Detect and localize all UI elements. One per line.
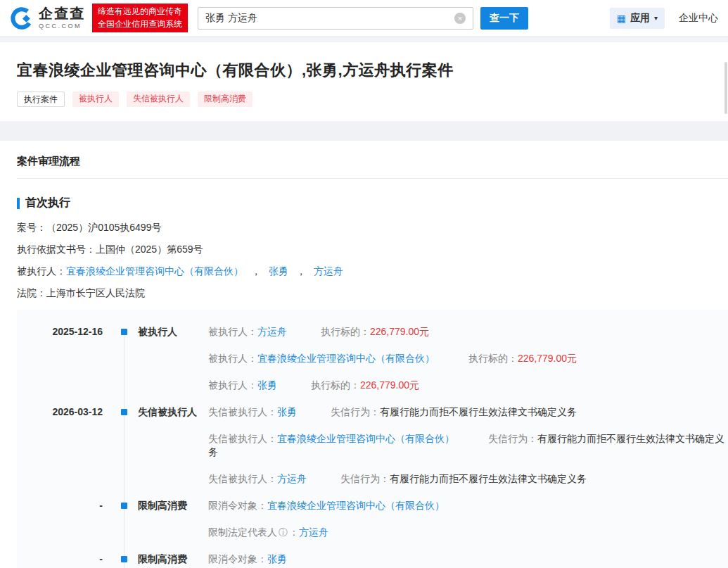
scrollbar-thumb[interactable] [724,62,727,114]
timeline-event-type: 失信被执行人 [138,405,208,486]
case-tag[interactable]: 失信被执行人 [127,91,190,107]
timeline-marker-col [103,499,138,539]
timeline-row: 限消令对象：宜春浪绫企业管理咨询中心（有限合伙） [208,499,728,512]
pair-value-link[interactable]: 张勇 [277,406,297,417]
timeline-event: -限制高消费限消令对象：宜春浪绫企业管理咨询中心（有限合伙）限制法定代表人ⓘ：方… [17,499,728,539]
apps-menu-label: 应用 [630,12,650,25]
timeline-rows: 被执行人：方运舟执行标的：226,779.00元被执行人：宜春浪绫企业管理咨询中… [208,325,728,392]
pair-value-link[interactable]: 方运舟 [299,526,328,538]
pair-value-link[interactable]: 张勇 [267,553,287,564]
timeline-row: 失信被执行人：宜春浪绫企业管理咨询中心（有限合伙）失信行为：有履行能力而拒不履行… [208,432,728,459]
timeline-event-type: 限制高消费 [138,553,208,566]
search-box[interactable]: × [198,7,473,30]
timeline-date: 2026-03-12 [17,405,103,486]
timeline-pair: 执行标的：226,779.00元 [311,379,419,391]
timeline-pair: 被执行人：方运舟 [208,326,287,337]
apps-menu-button[interactable]: ▦ 应用 ▾ [610,8,665,29]
field-court: 法院：上海市长宁区人民法院 [17,288,728,298]
timeline-row: 失信被执行人：张勇失信行为：有履行能力而拒不履行生效法律文书确定义务 [208,405,728,419]
search-button[interactable]: 查一下 [480,7,528,30]
pair-value-text: 有履行能力而拒不履行生效法律文书确定义务 [380,406,577,417]
pair-label: 失信被执行人 [208,433,267,444]
timeline-pair: 失信被执行人：张勇 [208,406,297,417]
court-label: 法院： [17,287,46,298]
timeline-row: 限消令对象：张勇 [208,553,728,566]
case-tag[interactable]: 限制高消费 [198,91,253,107]
pair-colon: ： [267,433,277,444]
stage-header: 首次执行 [17,196,728,210]
pair-label: 失信行为 [331,406,370,417]
divider-band [0,121,728,131]
timeline-date: - [17,499,103,539]
pair-colon: ： [360,326,370,337]
executed-parties: 宜春浪绫企业管理咨询中心（有限合伙），张勇，方运舟 [66,265,343,277]
timeline-event-type: 限制高消费 [138,499,208,539]
field-case-number: 案号：（2025）沪0105执6499号 [17,222,728,232]
pair-value-link[interactable]: 宜春浪绫企业管理咨询中心（有限合伙） [267,500,445,511]
timeline-row: 被执行人：张勇执行标的：226,779.00元 [208,379,728,392]
enterprise-center-link[interactable]: 企业中心 [679,12,718,25]
pair-colon: ： [257,500,267,511]
timeline-rows: 失信被执行人：张勇失信行为：有履行能力而拒不履行生效法律文书确定义务失信被执行人… [208,405,728,486]
pair-label: 失信被执行人 [208,473,267,484]
pair-value-amount: 226,779.00元 [360,379,419,391]
executed-party-link[interactable]: 宜春浪绫企业管理咨询中心（有限合伙） [66,265,243,277]
case-tag[interactable]: 执行案件 [17,91,65,107]
info-icon: ⓘ [279,527,288,538]
qcc-logo[interactable]: 企查查 QCC.COM [10,6,85,30]
timeline-pair: 被执行人：宜春浪绫企业管理咨询中心（有限合伙） [208,353,435,364]
timeline-row: 限制法定代表人ⓘ：方运舟 [208,526,728,539]
pair-label: 限消令对象 [208,500,257,511]
pair-value-link[interactable]: 方运舟 [257,326,287,337]
slogan-banner: 缔造有远见的商业传奇 全国企业信用查询系统 [92,4,188,32]
pair-label: 失信被执行人 [208,406,267,417]
section-title: 案件审理流程 [17,155,728,179]
timeline-marker-icon [121,556,127,562]
pair-colon: ： [267,406,277,417]
case-number-value: （2025）沪0105执6499号 [46,222,161,233]
pair-colon: ： [508,353,518,364]
top-bar: 企查查 QCC.COM 缔造有远见的商业传奇 全国企业信用查询系统 × 查一下 … [0,0,728,37]
timeline-pair: 失信被执行人：方运舟 [208,473,307,484]
timeline-row: 被执行人：方运舟执行标的：226,779.00元 [208,325,728,339]
pair-value-text: 有履行能力而拒不履行生效法律文书确定义务 [390,473,587,484]
timeline-pair: 限消令对象：张勇 [208,553,287,564]
timeline-event: 2026-03-12失信被执行人失信被执行人：张勇失信行为：有履行能力而拒不履行… [17,405,728,486]
timeline-marker-icon [121,329,127,335]
pair-value-link[interactable]: 宜春浪绫企业管理咨询中心（有限合伙） [257,353,435,364]
pair-label: 限制法定代表人 [208,526,277,538]
timeline-marker-col [103,405,138,486]
timeline-pair: 被执行人：张勇 [208,379,277,391]
case-tag[interactable]: 被执行人 [72,91,119,107]
timeline-row: 被执行人：宜春浪绫企业管理咨询中心（有限合伙）执行标的：226,779.00元 [208,352,728,365]
pair-value-link[interactable]: 方运舟 [277,473,307,484]
timeline-date: 2025-12-16 [17,325,103,392]
pair-label: 被执行人 [208,353,248,364]
executed-party-link[interactable]: 张勇 [269,265,288,277]
pair-colon: ： [289,526,299,538]
pair-label: 执行标的 [321,326,360,337]
pair-value-link[interactable]: 宜春浪绫企业管理咨询中心（有限合伙） [277,433,454,444]
search-input[interactable] [205,13,454,24]
timeline-rows: 限消令对象：宜春浪绫企业管理咨询中心（有限合伙）限制法定代表人ⓘ：方运舟 [208,499,728,539]
timeline-events: 2025-12-16被执行人被执行人：方运舟执行标的：226,779.00元被执… [17,325,728,568]
timeline-event: -限制高消费限消令对象：张勇 [17,553,728,566]
logo-domain: QCC.COM [39,23,85,30]
timeline-marker-col [103,553,138,566]
pair-value-link[interactable]: 张勇 [257,379,277,391]
case-title-card: 宜春浪绫企业管理咨询中心（有限合伙）,张勇,方运舟执行案件 执行案件被执行人失信… [0,42,728,121]
pair-label: 失信行为 [340,473,380,484]
timeline-rows: 限消令对象：张勇 [208,553,728,566]
executed-party-link[interactable]: 方运舟 [314,265,343,277]
timeline-row: 失信被执行人：方运舟失信行为：有履行能力而拒不履行生效法律文书确定义务 [208,472,728,486]
page-title: 宜春浪绫企业管理咨询中心（有限合伙）,张勇,方运舟执行案件 [17,60,711,81]
basis-document-label: 执行依据文书号： [17,244,96,255]
case-number-label: 案号： [17,222,46,233]
party-separator: ， [296,265,306,277]
timeline-marker-col [103,325,138,392]
timeline-pair: 限消令对象：宜春浪绫企业管理咨询中心（有限合伙） [208,500,445,511]
timeline-marker-icon [121,503,127,509]
clear-search-icon[interactable]: × [454,13,466,24]
timeline-event: 2025-12-16被执行人被执行人：方运舟执行标的：226,779.00元被执… [17,325,728,392]
timeline-pair: 失信行为：有履行能力而拒不履行生效法律文书确定义务 [340,473,587,484]
